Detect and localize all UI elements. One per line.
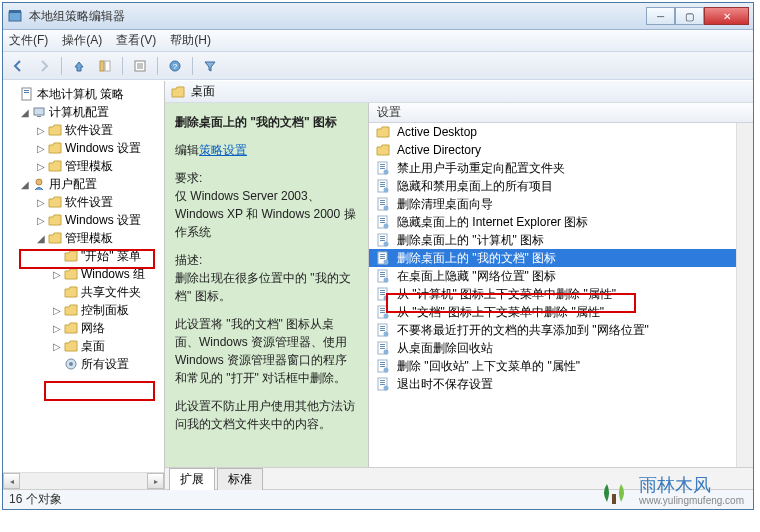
content-area: 本地计算机 策略 ◢ 计算机配置 ▷ 软件设置 ▷ Windows 设置 — [3, 80, 753, 489]
tree-user-config[interactable]: ◢ 用户配置 — [3, 175, 164, 193]
tree-start-menu[interactable]: "开始" 菜单 — [3, 247, 164, 265]
filter-button[interactable] — [199, 55, 221, 77]
tree-root[interactable]: 本地计算机 策略 — [3, 85, 164, 103]
scroll-right-button[interactable]: ▸ — [147, 473, 164, 489]
svg-rect-80 — [380, 382, 385, 383]
policy-icon — [375, 250, 391, 266]
tree-all-settings[interactable]: 所有设置 — [3, 355, 164, 373]
list-item[interactable]: 在桌面上隐藏 "网络位置" 图标 — [369, 267, 736, 285]
tree-network[interactable]: ▷ 网络 — [3, 319, 164, 337]
list-item[interactable]: 删除桌面上的 "计算机" 图标 — [369, 231, 736, 249]
svg-point-47 — [384, 260, 389, 265]
properties-button[interactable] — [129, 55, 151, 77]
tree-computer-config[interactable]: ◢ 计算机配置 — [3, 103, 164, 121]
list-item-label: 在桌面上隐藏 "网络位置" 图标 — [397, 268, 556, 285]
show-hide-tree-button[interactable] — [94, 55, 116, 77]
svg-rect-31 — [380, 204, 385, 205]
list-item[interactable]: 删除清理桌面向导 — [369, 195, 736, 213]
menu-view[interactable]: 查看(V) — [116, 32, 156, 49]
tree-windows-components[interactable]: ▷ Windows 组 — [3, 265, 164, 283]
svg-rect-64 — [380, 326, 385, 327]
collapse-icon[interactable]: ◢ — [35, 233, 47, 244]
tree-label: 用户配置 — [49, 176, 97, 193]
menu-help[interactable]: 帮助(H) — [170, 32, 211, 49]
list-item[interactable]: Active Desktop — [369, 123, 736, 141]
policy-icon — [375, 214, 391, 230]
app-icon — [7, 8, 23, 24]
list-item[interactable]: 隐藏桌面上的 Internet Explorer 图标 — [369, 213, 736, 231]
view-tabs: 扩展 标准 — [165, 467, 753, 489]
tree-control-panel[interactable]: ▷ 控制面板 — [3, 301, 164, 319]
scroll-track[interactable] — [20, 473, 147, 489]
svg-rect-3 — [105, 61, 110, 71]
back-button[interactable] — [7, 55, 29, 77]
folder-icon — [47, 230, 63, 246]
list-item[interactable]: 从 "文档" 图标上下文菜单中删除 "属性" — [369, 303, 736, 321]
description-p1: 删除出现在很多位置中的 "我的文档" 图标。 — [175, 269, 358, 305]
policy-settings-link[interactable]: 策略设置 — [199, 143, 247, 157]
expand-icon[interactable]: ▷ — [35, 125, 47, 136]
folder-icon — [171, 86, 185, 98]
minimize-button[interactable]: ─ — [646, 7, 675, 25]
svg-rect-10 — [22, 88, 31, 100]
expand-icon[interactable]: ▷ — [51, 323, 63, 334]
list-item-label: 删除桌面上的 "计算机" 图标 — [397, 232, 544, 249]
menu-action[interactable]: 操作(A) — [62, 32, 102, 49]
collapse-icon[interactable]: ◢ — [19, 107, 31, 118]
expand-icon[interactable]: ▷ — [51, 269, 63, 280]
tree-uc-templates[interactable]: ◢ 管理模板 — [3, 229, 164, 247]
tree-label: Windows 设置 — [65, 140, 141, 157]
tab-extended[interactable]: 扩展 — [169, 468, 215, 490]
expand-icon[interactable]: ▷ — [35, 143, 47, 154]
tree-shared-folders[interactable]: 共享文件夹 — [3, 283, 164, 301]
svg-rect-35 — [380, 220, 385, 221]
list-item[interactable]: 禁止用户手动重定向配置文件夹 — [369, 159, 736, 177]
list-item[interactable]: 删除桌面上的 "我的文档" 图标 — [369, 249, 736, 267]
help-button[interactable]: ? — [164, 55, 186, 77]
settings-list[interactable]: Active DesktopActive Directory禁止用户手动重定向配… — [369, 123, 736, 467]
collapse-icon[interactable]: ◢ — [19, 179, 31, 190]
svg-rect-24 — [380, 182, 385, 183]
status-bar: 16 个对象 — [3, 489, 753, 509]
scroll-left-button[interactable]: ◂ — [3, 473, 20, 489]
folder-icon — [63, 284, 79, 300]
tree-cc-templates[interactable]: ▷ 管理模板 — [3, 157, 164, 175]
list-item[interactable]: 隐藏和禁用桌面上的所有项目 — [369, 177, 736, 195]
menu-file[interactable]: 文件(F) — [9, 32, 48, 49]
tree-uc-software[interactable]: ▷ 软件设置 — [3, 193, 164, 211]
svg-rect-0 — [9, 12, 21, 21]
svg-rect-79 — [380, 380, 385, 381]
svg-rect-74 — [380, 362, 385, 363]
expand-icon[interactable]: ▷ — [35, 161, 47, 172]
forward-button[interactable] — [33, 55, 55, 77]
tree-label: Windows 设置 — [65, 212, 141, 229]
svg-rect-44 — [380, 254, 385, 255]
list-vertical-scrollbar[interactable] — [736, 123, 753, 467]
expand-icon[interactable]: ▷ — [35, 197, 47, 208]
policy-icon — [375, 232, 391, 248]
up-button[interactable] — [68, 55, 90, 77]
settings-column-header[interactable]: 设置 — [369, 103, 753, 123]
list-item[interactable]: 从 "计算机" 图标上下文菜单中删除 "属性" — [369, 285, 736, 303]
requirements-label: 要求: — [175, 169, 358, 187]
expand-icon[interactable]: ▷ — [51, 341, 63, 352]
tree-horizontal-scrollbar[interactable]: ◂ ▸ — [3, 472, 164, 489]
list-item[interactable]: 不要将最近打开的文档的共享添加到 "网络位置" — [369, 321, 736, 339]
tree-cc-windows[interactable]: ▷ Windows 设置 — [3, 139, 164, 157]
maximize-button[interactable]: ▢ — [675, 7, 704, 25]
svg-point-77 — [384, 368, 389, 373]
svg-rect-25 — [380, 184, 385, 185]
tree-desktop[interactable]: ▷ 桌面 — [3, 337, 164, 355]
right-header-title: 桌面 — [191, 83, 215, 100]
list-item[interactable]: Active Directory — [369, 141, 736, 159]
expand-icon[interactable]: ▷ — [35, 215, 47, 226]
tree-cc-software[interactable]: ▷ 软件设置 — [3, 121, 164, 139]
tree-body[interactable]: 本地计算机 策略 ◢ 计算机配置 ▷ 软件设置 ▷ Windows 设置 — [3, 81, 164, 472]
tree-uc-windows[interactable]: ▷ Windows 设置 — [3, 211, 164, 229]
list-item[interactable]: 从桌面删除回收站 — [369, 339, 736, 357]
tab-standard[interactable]: 标准 — [217, 468, 263, 490]
list-item[interactable]: 删除 "回收站" 上下文菜单的 "属性" — [369, 357, 736, 375]
expand-icon[interactable]: ▷ — [51, 305, 63, 316]
close-button[interactable]: ✕ — [704, 7, 749, 25]
list-item[interactable]: 退出时不保存设置 — [369, 375, 736, 393]
